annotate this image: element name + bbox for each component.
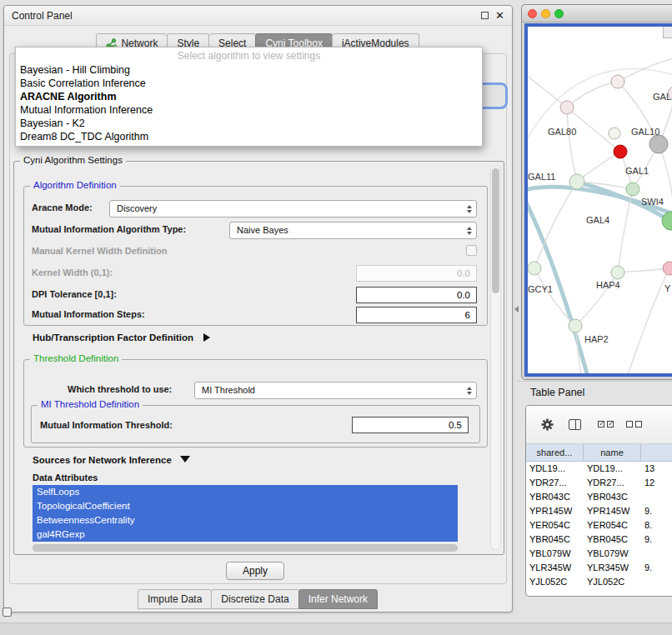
select-columns-icon[interactable] [569,419,581,430]
table-cell: 13 [641,462,672,476]
mi-type-value: Naive Bayes [237,225,288,235]
table-row[interactable]: YLR345WYLR345W9. [526,561,672,575]
network-node[interactable] [569,319,582,332]
sources-toggle[interactable]: Sources for Network Inference [33,455,190,465]
table-row[interactable]: YDR27...YDR27...12 [526,476,672,490]
close-icon[interactable]: ✕ [495,11,504,20]
network-node[interactable] [626,182,639,196]
data-attribute-item[interactable]: TopologicalCoefficient [33,499,458,513]
aracne-mode-label: Aracne Mode: [32,202,93,212]
network-node-label: Y [664,283,671,293]
network-window-titlebar[interactable] [522,5,672,22]
network-node[interactable] [663,262,672,275]
settings-group-title: Cyni Algorithm Settings [20,155,126,165]
network-edge[interactable] [628,268,669,375]
network-node[interactable] [611,266,624,279]
network-node-label: GAL4 [586,215,609,225]
dpi-tolerance-field[interactable] [356,287,477,303]
hub-definition-toggle[interactable]: Hub/Transcription Factor Definition [33,332,210,342]
algorithm-option[interactable]: ARACNE Algorithm [16,90,482,103]
minimized-panel-icon[interactable] [3,608,12,617]
table-rows: YDL19...YDL19...13YDR27...YDR27...12YBR0… [526,462,672,589]
float-window-icon[interactable] [481,12,489,19]
network-canvas[interactable]: GALGAL80GAL10GAL11GAL1SWI4GAL4GCY1HAP4YH… [528,27,672,375]
network-node[interactable] [528,262,541,275]
threshold-definition-title: Threshold Definition [30,353,122,363]
mi-type-combobox[interactable]: Naive Bayes [229,222,477,239]
table-row[interactable]: YBL079WYBL079W [526,547,672,561]
mi-steps-field[interactable] [356,307,477,323]
tab-infer-network[interactable]: Infer Network [298,589,378,609]
threshold-definition-group: Threshold Definition Which threshold to … [23,359,488,448]
settings-scrollbar[interactable] [490,166,501,550]
scrollbar-thumb[interactable] [492,168,499,293]
mi-threshold-field[interactable] [352,417,469,433]
network-node[interactable] [611,75,624,88]
aracne-mode-value: Discovery [117,203,157,213]
manual-kernel-checkbox[interactable] [466,245,477,256]
algorithm-dropdown-list: Bayesian - Hill ClimbingBasic Correlatio… [16,63,482,143]
kernel-width-label: Kernel Width (0,1): [32,268,113,278]
aracne-mode-combobox[interactable]: Discovery [109,200,477,218]
algorithm-option[interactable]: Bayesian - K2 [16,117,482,130]
algorithm-option[interactable]: Basic Correlation Inference [16,77,482,90]
table-row[interactable]: YJL052CYJL052C [526,575,672,589]
network-edge[interactable] [534,182,577,268]
network-node-label: GAL10 [631,127,659,137]
kernel-width-field [356,265,477,282]
network-node[interactable] [609,128,620,139]
data-attributes-label: Data Attributes [33,472,98,482]
network-node-label: GAL80 [548,127,576,137]
table-row[interactable]: YBR045CYBR045C9. [526,532,672,547]
network-node-label: HAP4 [596,280,620,290]
algorithm-option[interactable]: Dream8 DC_TDC Algorithm [16,130,482,143]
zoom-traffic-light-icon[interactable] [554,9,564,18]
data-attribute-item[interactable]: gal4RGexp [33,528,458,542]
network-node[interactable] [569,174,584,189]
table-row[interactable]: YPR145WYPR145W9. [526,504,672,518]
close-traffic-light-icon[interactable] [528,9,537,18]
tab-impute-data[interactable]: Impute Data [138,589,212,609]
network-node[interactable] [614,145,627,158]
network-edge[interactable] [618,58,672,82]
network-edge[interactable] [528,75,567,108]
network-node[interactable] [662,212,672,230]
network-edge[interactable] [567,108,577,182]
combo-arrows-icon [467,227,472,235]
tab-label: Discretize Data [221,593,288,605]
network-canvas-area[interactable]: GALGAL80GAL10GAL11GAL1SWI4GAL4GCY1HAP4YH… [524,23,672,377]
minimize-traffic-light-icon[interactable] [541,9,550,18]
table-cell [641,575,672,589]
network-node[interactable] [649,135,668,153]
table-row[interactable]: YBR043CYBR043C [526,490,672,504]
data-attributes-list: SelfLoopsTopologicalCoefficientBetweenne… [33,485,458,542]
network-node-label: SWI4 [641,197,664,207]
which-threshold-combobox[interactable]: MI Threshold [194,382,477,399]
table-cell: YJL052C [584,575,641,589]
combo-arrows-icon [467,387,472,395]
data-attribute-item[interactable]: BetweennessCentrality [33,513,458,528]
table-cell [641,547,672,561]
table-row[interactable]: YER054CYER054C8. [526,518,672,532]
splitpane-collapse-icon[interactable] [514,306,519,312]
column-header-extra[interactable] [641,444,672,461]
data-attribute-item[interactable]: SelfLoops [33,485,458,499]
table-row[interactable]: YDL19...YDL19...13 [526,462,672,476]
deselect-all-icon[interactable] [626,421,644,436]
table-cell: 9. [641,561,672,575]
algorithm-option[interactable]: Bayesian - Hill Climbing [16,63,482,77]
which-threshold-label: Which threshold to use: [68,384,172,394]
tab-discretize-data[interactable]: Discretize Data [211,589,298,609]
network-edge[interactable] [618,268,669,272]
table-cell: YER054C [526,518,584,532]
mi-type-label: Mutual Information Algorithm Type: [32,224,186,234]
column-header-name[interactable]: name [584,444,641,461]
select-all-icon[interactable] [598,421,616,436]
network-node[interactable] [560,101,574,114]
column-header-shared-name[interactable]: shared... [526,444,584,461]
attributes-hscrollbar[interactable] [33,544,458,552]
table-cell: YPR145W [584,504,641,518]
gear-icon[interactable] [540,418,554,432]
table-cell: 9. [641,532,672,547]
algorithm-option[interactable]: Mutual Information Inference [16,103,482,117]
